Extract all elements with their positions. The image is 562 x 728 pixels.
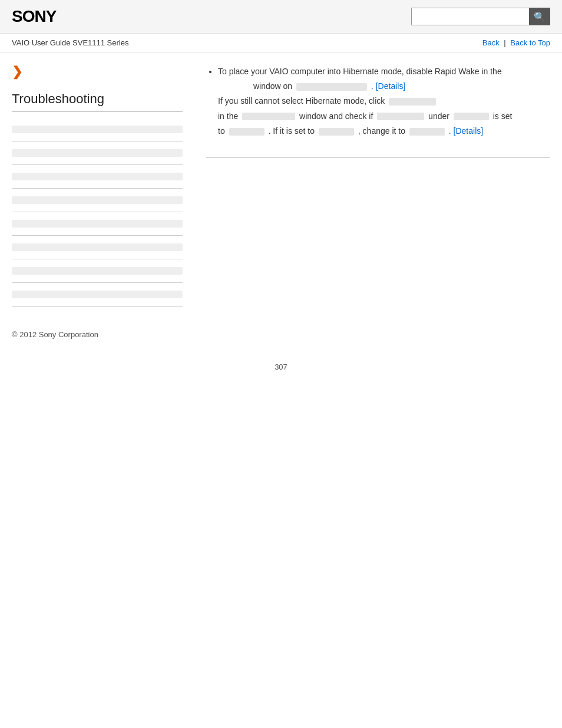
search-area: 🔍 — [411, 8, 550, 25]
sony-logo: SONY — [12, 7, 56, 26]
bullet1-details-link[interactable]: . [Details] — [371, 81, 405, 91]
redacted-text-5 — [454, 113, 489, 120]
copyright-text: © 2012 Sony Corporation — [12, 330, 98, 339]
content-area: To place your VAIO computer into Hiberna… — [194, 64, 550, 307]
redacted-text-2 — [389, 98, 436, 106]
sidebar-item-blank — [12, 267, 183, 275]
redacted-text-7 — [319, 128, 354, 136]
redacted-text-3 — [242, 113, 295, 120]
line3-window: window and check if — [299, 111, 373, 121]
sidebar-item-blank — [12, 243, 183, 251]
bullet1-window-label: window on . [Details] — [253, 81, 405, 91]
sidebar-item-blank — [12, 149, 183, 157]
content-list: To place your VAIO computer into Hiberna… — [206, 64, 550, 139]
bullet1-line2: If you still cannot select Hibernate mod… — [218, 96, 385, 106]
nav-links: Back | Back to Top — [482, 38, 550, 47]
sidebar-item-blank — [12, 196, 183, 204]
line4-to: to — [218, 126, 225, 136]
section-title: Troubleshooting — [12, 91, 183, 112]
header: SONY 🔍 — [0, 0, 562, 34]
line3-prefix: in the — [218, 111, 238, 121]
nav-bar: VAIO User Guide SVE1111 Series Back | Ba… — [0, 34, 562, 52]
bullet1-main-text: To place your VAIO computer into Hiberna… — [218, 67, 502, 76]
redacted-text-4 — [377, 113, 424, 120]
list-item[interactable] — [12, 259, 183, 283]
redacted-text-1 — [296, 83, 367, 91]
list-item[interactable] — [12, 212, 183, 236]
search-icon: 🔍 — [534, 11, 546, 22]
footer-copyright: © 2012 Sony Corporation — [0, 318, 562, 351]
line4-changeit: , change it to — [358, 126, 405, 136]
bullet1-text: To place your VAIO computer into Hiberna… — [218, 67, 512, 136]
nav-separator: | — [504, 38, 508, 47]
line4-ifset: . If it is set to — [268, 126, 315, 136]
list-item[interactable] — [12, 141, 183, 165]
page-number: 307 — [0, 351, 562, 383]
back-to-top-link[interactable]: Back to Top — [510, 38, 550, 47]
list-item[interactable] — [12, 283, 183, 307]
redacted-text-8 — [409, 128, 445, 136]
bullet1-window-prefix: window on — [253, 81, 292, 91]
search-button[interactable]: 🔍 — [529, 8, 550, 25]
list-item: To place your VAIO computer into Hiberna… — [218, 64, 550, 139]
sidebar-item-blank — [12, 291, 183, 298]
redacted-text-6 — [229, 128, 265, 136]
list-item[interactable] — [12, 165, 183, 189]
sidebar-nav — [12, 118, 183, 307]
search-input[interactable] — [411, 8, 529, 25]
list-item[interactable] — [12, 236, 183, 259]
sidebar-item-blank — [12, 173, 183, 180]
line3-isset: is set — [493, 111, 513, 121]
sidebar-item-blank — [12, 220, 183, 228]
main-content: ❯ Troubleshooting — [0, 52, 562, 318]
list-item[interactable] — [12, 189, 183, 212]
guide-title: VAIO User Guide SVE1111 Series — [12, 38, 128, 47]
breadcrumb-arrow: ❯ — [12, 64, 183, 80]
list-item[interactable] — [12, 118, 183, 141]
back-link[interactable]: Back — [482, 38, 500, 47]
line3-under: under — [428, 111, 449, 121]
line4-details-link[interactable]: . [Details] — [449, 126, 483, 136]
sidebar: ❯ Troubleshooting — [12, 64, 194, 307]
content-block: To place your VAIO computer into Hiberna… — [206, 64, 550, 158]
sidebar-item-blank — [12, 126, 183, 133]
